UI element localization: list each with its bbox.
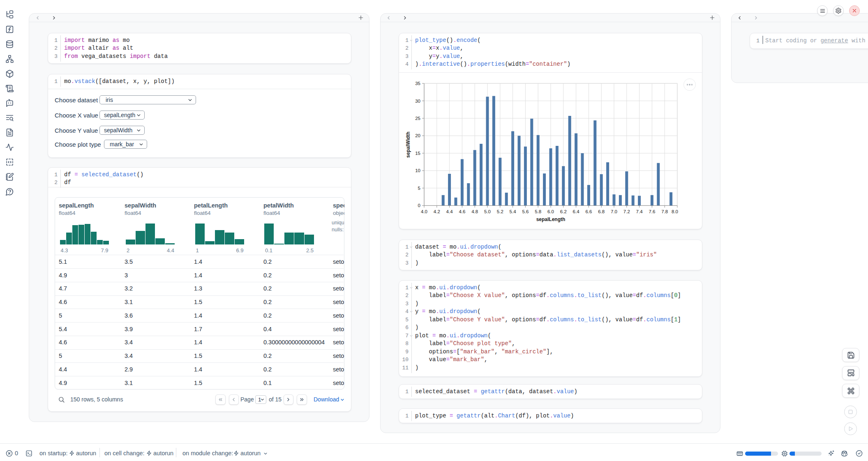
svg-text:7.0: 7.0 [611, 209, 617, 214]
svg-text:0: 0 [418, 203, 420, 208]
svg-text:15: 15 [415, 151, 420, 156]
svg-text:4.0: 4.0 [421, 209, 427, 214]
svg-text:35: 35 [415, 81, 420, 86]
svg-text:6.6: 6.6 [585, 209, 592, 214]
svg-text:sepalLength: sepalLength [536, 217, 566, 222]
svg-text:4.6: 4.6 [459, 209, 465, 214]
svg-text:6.4: 6.4 [573, 209, 580, 214]
svg-text:20: 20 [415, 133, 420, 138]
svg-text:6.0: 6.0 [547, 209, 554, 214]
svg-text:6.2: 6.2 [560, 209, 567, 214]
svg-text:5.4: 5.4 [510, 209, 517, 214]
svg-text:10: 10 [415, 168, 420, 173]
svg-text:5.0: 5.0 [484, 209, 491, 214]
svg-text:4.8: 4.8 [471, 209, 478, 214]
svg-text:4.2: 4.2 [434, 209, 440, 214]
svg-text:7.6: 7.6 [649, 209, 655, 214]
svg-text:7.8: 7.8 [661, 209, 668, 214]
svg-text:30: 30 [415, 99, 420, 104]
svg-text:6.8: 6.8 [598, 209, 605, 214]
svg-text:5: 5 [418, 186, 420, 191]
svg-text:4.4: 4.4 [446, 209, 453, 214]
svg-text:5.6: 5.6 [522, 209, 529, 214]
svg-text:5.8: 5.8 [535, 209, 541, 214]
svg-text:sepalWidth: sepalWidth [405, 131, 411, 158]
svg-text:25: 25 [415, 116, 420, 121]
svg-text:8.0: 8.0 [672, 209, 678, 214]
svg-text:7.4: 7.4 [636, 209, 643, 214]
svg-text:5.2: 5.2 [497, 209, 503, 214]
svg-text:7.2: 7.2 [623, 209, 630, 214]
